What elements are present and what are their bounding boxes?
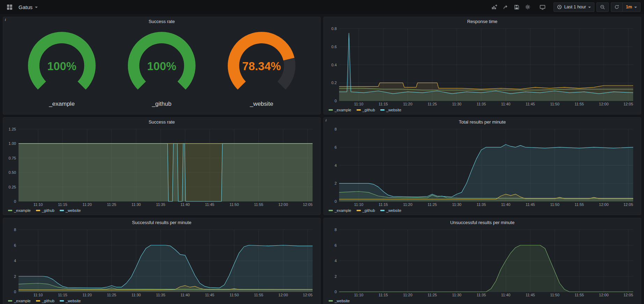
legend-item-website[interactable]: _website xyxy=(60,299,81,303)
legend-item-github[interactable]: _github xyxy=(36,299,54,303)
add-panel-button[interactable] xyxy=(489,2,500,12)
y-axis-tick-label: 8 xyxy=(335,127,337,131)
share-icon xyxy=(503,4,508,10)
legend-color-chip xyxy=(8,300,12,302)
x-axis-tick-label: 11:50 xyxy=(550,202,559,207)
x-axis-tick-label: 11:50 xyxy=(550,293,559,297)
response-time-chart[interactable]: 00.20.40.60.811:1011:1511:2011:2511:3011… xyxy=(327,26,638,107)
x-axis-tick-label: 12:00 xyxy=(599,202,609,207)
save-dashboard-button[interactable] xyxy=(512,3,522,12)
y-axis-tick-label: 0.50 xyxy=(9,170,16,175)
y-axis-tick-label: 0 xyxy=(14,290,16,294)
x-axis-tick-label: 12:05 xyxy=(623,293,633,297)
legend-color-chip xyxy=(60,300,64,302)
refresh-interval-picker[interactable]: 1m xyxy=(622,2,641,12)
panel-title: Success rate xyxy=(148,19,175,24)
gauge-value-text: 100% xyxy=(147,60,176,73)
legend-label: _website xyxy=(66,208,81,213)
info-icon[interactable]: i xyxy=(5,17,6,22)
x-axis-tick-label: 11:55 xyxy=(254,202,263,207)
legend-item-github[interactable]: _github xyxy=(357,208,375,213)
panel-header[interactable]: Response time xyxy=(324,17,641,26)
legend-item-example[interactable]: _example xyxy=(329,208,351,213)
x-axis-tick-label: 11:15 xyxy=(379,202,388,207)
time-range-picker[interactable]: Last 1 hour xyxy=(554,2,594,12)
time-range-label: Last 1 hour xyxy=(564,5,586,9)
legend-color-chip xyxy=(329,210,333,211)
series-area-website xyxy=(19,143,313,201)
panel-header[interactable]: Success rate xyxy=(3,118,320,126)
successful-results-chart[interactable]: 0246811:1011:1511:2011:2511:3011:3511:40… xyxy=(6,227,317,298)
legend-color-chip xyxy=(8,210,12,211)
gauge-value-text: 78.34% xyxy=(242,60,281,73)
legend-item-example[interactable]: _example xyxy=(8,208,31,213)
x-axis-tick-label: 11:35 xyxy=(156,293,166,297)
success-rate-chart[interactable]: 00.250.500.751.001.2511:1011:1511:2011:2… xyxy=(6,126,317,207)
x-axis-tick-label: 11:40 xyxy=(181,202,190,207)
x-axis-tick-label: 11:20 xyxy=(82,202,92,207)
legend-item-example[interactable]: _example xyxy=(8,299,31,303)
legend-label: _github xyxy=(363,208,375,213)
gauge-endpoint-label: _example xyxy=(49,101,75,107)
y-axis-tick-label: 8 xyxy=(335,228,337,232)
panel-header[interactable]: Successful results per minute xyxy=(3,218,320,227)
legend-item-website[interactable]: _website xyxy=(380,208,401,213)
panel-header[interactable]: Unsuccessful results per minute xyxy=(324,218,641,227)
save-icon xyxy=(514,5,519,10)
zoom-out-icon xyxy=(600,5,605,10)
refresh-controls: 1m xyxy=(611,2,641,12)
y-axis-tick-label: 4 xyxy=(335,163,337,168)
legend-color-chip xyxy=(357,109,361,111)
refresh-icon xyxy=(614,5,619,9)
legend-label: _github xyxy=(42,208,54,213)
x-axis-tick-label: 11:30 xyxy=(131,202,141,207)
unsuccessful-results-chart[interactable]: 0246811:1011:1511:2011:2511:3011:3511:40… xyxy=(327,227,638,298)
legend-label: _example xyxy=(335,108,351,112)
x-axis-tick-label: 11:20 xyxy=(403,102,412,106)
clock-icon xyxy=(557,5,562,9)
legend-label: _example xyxy=(14,299,31,303)
y-axis-tick-label: 0 xyxy=(14,199,16,203)
x-axis-tick-label: 11:20 xyxy=(403,202,412,207)
cycle-view-button[interactable] xyxy=(537,2,548,12)
zoom-out-button[interactable] xyxy=(597,2,609,12)
add-panel-icon xyxy=(491,4,497,10)
refresh-button[interactable] xyxy=(611,2,623,12)
info-icon[interactable]: i xyxy=(325,118,327,122)
x-axis-tick-label: 11:45 xyxy=(526,102,535,106)
total-results-chart[interactable]: 0246811:1011:1511:2011:2511:3011:3511:40… xyxy=(327,126,638,207)
gauge-arc-svg: 100% xyxy=(118,31,206,99)
share-dashboard-button[interactable] xyxy=(500,2,511,12)
gauge-endpoint-label: _website xyxy=(250,101,273,107)
legend-item-example[interactable]: _example xyxy=(329,108,351,112)
x-axis-tick-label: 11:25 xyxy=(107,202,116,207)
panel-header[interactable]: Total results per minute xyxy=(324,118,641,126)
time-controls: Last 1 hour 1m xyxy=(554,2,641,12)
legend-item-website[interactable]: _website xyxy=(380,108,401,112)
x-axis-tick-label: 11:35 xyxy=(477,202,486,207)
chart-legend: _website xyxy=(327,298,638,304)
x-axis-tick-label: 11:10 xyxy=(354,293,364,297)
navbar: Gatus Last 1 hour xyxy=(0,0,644,14)
x-axis-tick-label: 11:15 xyxy=(379,102,388,106)
x-axis-tick-label: 11:30 xyxy=(131,293,141,297)
x-axis-tick-label: 11:40 xyxy=(501,293,511,297)
x-axis-tick-label: 11:35 xyxy=(477,293,486,297)
legend-item-github[interactable]: _github xyxy=(357,108,375,112)
dashboard-title[interactable]: Gatus xyxy=(19,4,32,10)
chevron-down-icon[interactable] xyxy=(35,7,38,8)
y-axis-tick-label: 0.4 xyxy=(331,63,337,67)
legend-item-website[interactable]: _website xyxy=(329,299,350,303)
y-axis-tick-label: 0.2 xyxy=(331,81,337,85)
dashboard-settings-button[interactable] xyxy=(522,2,533,12)
legend-item-github[interactable]: _github xyxy=(36,208,54,213)
legend-color-chip xyxy=(357,210,361,211)
legend-item-website[interactable]: _website xyxy=(60,208,81,213)
x-axis-tick-label: 11:55 xyxy=(575,102,584,106)
x-axis-tick-label: 11:10 xyxy=(354,102,364,106)
y-axis-tick-label: 0 xyxy=(335,290,337,294)
apps-grid-icon[interactable] xyxy=(4,2,15,12)
x-axis-tick-label: 12:00 xyxy=(278,202,288,207)
panel-header[interactable]: Success rate xyxy=(3,17,320,26)
panel-title: Response time xyxy=(467,19,498,24)
